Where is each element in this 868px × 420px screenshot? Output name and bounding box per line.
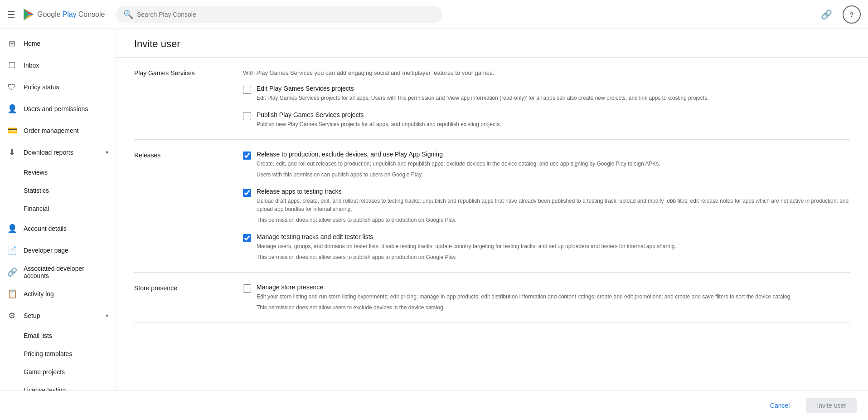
logo-play-text: Play (63, 10, 77, 19)
publish-pgs-details: Publish Play Games Services projects Pub… (257, 111, 850, 128)
release-prod-details: Release to production, exclude devices, … (257, 151, 850, 179)
sidebar-item-financial[interactable]: Financial (0, 200, 116, 218)
section-releases: Releases Release to production, exclude … (134, 140, 850, 273)
permission-release-production: Release to production, exclude devices, … (243, 151, 850, 179)
store-presence-details: Manage store presence Edit your store li… (257, 283, 850, 312)
sidebar-item-license[interactable]: License testing (0, 381, 116, 391)
header-left: ☰ Google Play Console (7, 7, 116, 22)
search-input[interactable] (137, 11, 435, 18)
permission-edit-pgs: Edit Play Games Services projects Edit P… (243, 85, 850, 102)
sidebar-item-policy[interactable]: 🛡 Policy status (0, 76, 116, 98)
edit-pgs-checkbox-wrap[interactable] (243, 86, 251, 95)
release-test-checkbox[interactable] (243, 189, 251, 197)
sidebar-item-inbox[interactable]: ☐ Inbox (0, 54, 116, 76)
sidebar-pricing-label: Pricing templates (24, 350, 72, 357)
associated-icon: 🔗 (7, 267, 16, 277)
content-area: Play Games Services With Play Games Serv… (116, 58, 868, 323)
sidebar-developer-label: Developer page (24, 247, 68, 254)
manage-test-name: Manage testing tracks and edit tester li… (257, 233, 850, 240)
account-icon: 👤 (7, 224, 16, 234)
sidebar-item-developer[interactable]: 📄 Developer page (0, 239, 116, 261)
layout: ⊞ Home ☐ Inbox 🛡 Policy status 👤 Users a… (0, 29, 868, 391)
manage-test-details: Manage testing tracks and edit tester li… (257, 233, 850, 261)
sidebar-item-statistics[interactable]: Statistics (0, 181, 116, 200)
page-header: Invite user (116, 29, 868, 58)
sidebar-statistics-label: Statistics (24, 187, 49, 194)
cancel-button[interactable]: Cancel (759, 398, 801, 413)
release-prod-name: Release to production, exclude devices, … (257, 151, 850, 158)
search-bar[interactable]: 🔍 (116, 6, 442, 23)
sidebar-item-associated[interactable]: 🔗 Associated developer accounts (0, 261, 116, 283)
sidebar-item-setup[interactable]: ⚙ Setup ▾ (0, 305, 116, 327)
sidebar-item-activity[interactable]: 📋 Activity log (0, 283, 116, 305)
publish-pgs-name: Publish Play Games Services projects (257, 111, 850, 118)
release-prod-desc: Create, edit, and roll out releases to p… (257, 160, 850, 168)
store-presence-checkbox[interactable] (243, 284, 251, 293)
developer-icon: 📄 (7, 245, 16, 255)
link-icon[interactable]: 🔗 (817, 5, 835, 24)
edit-pgs-name: Edit Play Games Services projects (257, 85, 850, 92)
store-presence-checkbox-wrap[interactable] (243, 284, 251, 294)
order-icon: 💳 (7, 126, 16, 136)
sidebar-users-label: Users and permissions (24, 105, 88, 112)
manage-test-checkbox[interactable] (243, 234, 251, 242)
release-prod-note: Users with this permission can publish a… (257, 171, 850, 179)
edit-pgs-checkbox[interactable] (243, 86, 251, 94)
help-icon[interactable]: ? (843, 5, 861, 24)
sidebar-activity-label: Activity log (24, 290, 54, 298)
release-test-note: This permission does not allow users to … (257, 216, 850, 224)
sidebar-license-label: License testing (24, 386, 66, 391)
sidebar-download-label: Download reports (24, 149, 73, 156)
setup-icon: ⚙ (7, 311, 16, 321)
section-store-content: Manage store presence Edit your store li… (243, 283, 850, 312)
sidebar-order-label: Order management (24, 127, 78, 134)
sidebar-setup-label: Setup (24, 312, 40, 319)
activity-icon: 📋 (7, 289, 16, 299)
release-test-checkbox-wrap[interactable] (243, 189, 251, 198)
sidebar-item-users[interactable]: 👤 Users and permissions (0, 98, 116, 120)
sidebar-item-order[interactable]: 💳 Order management (0, 120, 116, 142)
publish-pgs-checkbox-wrap[interactable] (243, 112, 251, 122)
page-title: Invite user (134, 38, 850, 50)
sidebar-item-download[interactable]: ⬇ Download reports ▾ (0, 142, 116, 163)
sidebar-home-label: Home (24, 40, 40, 47)
menu-icon[interactable]: ☰ (7, 9, 15, 20)
release-test-name: Release apps to testing tracks (257, 188, 850, 195)
manage-test-note: This permission does not allow users to … (257, 253, 850, 261)
users-icon: 👤 (7, 104, 16, 114)
sidebar-item-pricing[interactable]: Pricing templates (0, 345, 116, 363)
release-test-details: Release apps to testing tracks Upload dr… (257, 188, 850, 224)
play-logo-icon (21, 7, 35, 22)
sidebar-inbox-label: Inbox (24, 62, 39, 69)
home-icon: ⊞ (7, 39, 16, 49)
store-presence-desc: Edit your store listing and run store li… (257, 293, 850, 301)
section-store-label: Store presence (134, 283, 225, 312)
release-prod-checkbox[interactable] (243, 151, 251, 160)
sidebar-item-email-lists[interactable]: Email lists (0, 327, 116, 345)
sidebar-item-game-projects[interactable]: Game projects (0, 363, 116, 381)
release-prod-checkbox-wrap[interactable] (243, 151, 251, 161)
manage-test-checkbox-wrap[interactable] (243, 234, 251, 244)
permission-publish-pgs: Publish Play Games Services projects Pub… (243, 111, 850, 128)
manage-test-desc: Manage users, groups, and domains on tes… (257, 242, 850, 250)
permission-store-presence: Manage store presence Edit your store li… (243, 283, 850, 312)
sidebar-associated-label: Associated developer accounts (24, 265, 108, 279)
download-icon: ⬇ (7, 147, 16, 157)
publish-pgs-checkbox[interactable] (243, 112, 251, 120)
invite-user-button[interactable]: Invite user (806, 398, 857, 413)
sidebar-item-home[interactable]: ⊞ Home (0, 33, 116, 54)
section-pgs-label: Play Games Services (134, 68, 225, 128)
inbox-icon: ☐ (7, 60, 16, 70)
sidebar-financial-label: Financial (24, 205, 49, 212)
sidebar-reviews-label: Reviews (24, 169, 48, 176)
sidebar-item-account[interactable]: 👤 Account details (0, 218, 116, 239)
footer: Cancel Invite user (0, 391, 868, 420)
edit-pgs-desc: Edit Play Games Services projects for al… (257, 94, 850, 102)
section-releases-content: Release to production, exclude devices, … (243, 151, 850, 261)
section-store-presence: Store presence Manage store presence Edi… (134, 273, 850, 323)
sidebar-item-reviews[interactable]: Reviews (0, 163, 116, 181)
section-pgs-content: With Play Games Services you can add eng… (243, 68, 850, 128)
shield-icon: 🛡 (7, 83, 16, 92)
chevron-down-icon: ▾ (106, 149, 108, 156)
logo: Google Play Console (21, 7, 105, 22)
